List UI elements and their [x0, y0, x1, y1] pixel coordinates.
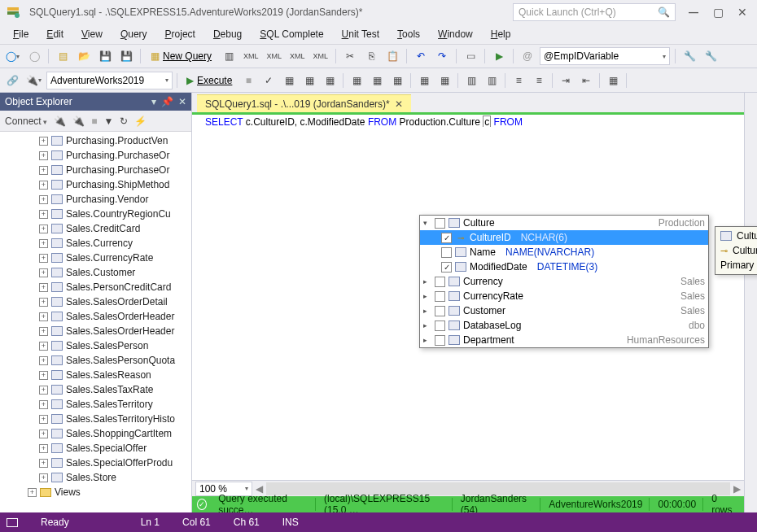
save-icon[interactable]: 💾 — [96, 47, 114, 65]
specify-icon[interactable]: ▦ — [604, 72, 622, 89]
menu-edit[interactable]: Edit — [38, 27, 72, 41]
suggestion-column[interactable]: ModifiedDateDATETIME(3) — [420, 259, 708, 274]
attach-icon[interactable]: ▭ — [462, 47, 479, 65]
results-icon-3[interactable]: ▦ — [388, 72, 406, 89]
var-icon[interactable]: @ — [519, 47, 536, 65]
table-node[interactable]: +Sales.CountryRegionCu — [0, 207, 191, 221]
link-icon[interactable]: 🔗 — [3, 72, 21, 89]
checkbox[interactable] — [435, 291, 445, 302]
checkbox[interactable] — [441, 247, 452, 258]
expand-icon[interactable]: + — [39, 473, 48, 482]
change-conn-icon[interactable]: 🔌 ▾ — [24, 72, 44, 89]
checkbox[interactable] — [435, 321, 445, 331]
table-node[interactable]: +Purchasing.Vendor — [0, 192, 191, 207]
table-node[interactable]: +Sales.CurrencyRate — [0, 251, 191, 265]
table-node[interactable]: +Sales.Currency — [0, 236, 191, 251]
expand-icon[interactable]: ▸ — [423, 321, 431, 329]
expand-icon[interactable]: + — [39, 181, 48, 190]
filter-icon-3[interactable]: ▼ — [103, 116, 113, 127]
paste-icon[interactable]: 📋 — [383, 47, 401, 65]
menu-project[interactable]: Project — [157, 27, 203, 41]
nav-back-button[interactable]: ◯ ▾ — [3, 47, 22, 65]
suggestion-table[interactable]: ▸DatabaseLogdbo — [420, 318, 708, 333]
expand-icon[interactable]: ▸ — [423, 336, 431, 344]
checkbox[interactable] — [435, 218, 445, 229]
database-selector[interactable]: AdventureWorks2019 ▾ — [46, 72, 173, 89]
expand-icon[interactable]: ▸ — [423, 307, 431, 315]
tool-icon-2[interactable]: 🔧 — [702, 47, 720, 65]
minimize-button[interactable]: — — [682, 3, 705, 21]
table-node[interactable]: +Sales.SalesPersonQuota — [0, 353, 191, 368]
suggestion-table[interactable]: ▸CurrencyRateSales — [420, 289, 708, 303]
play-debug-icon[interactable]: ▶ — [490, 47, 508, 65]
menu-view[interactable]: View — [73, 27, 111, 41]
expand-icon[interactable]: + — [39, 356, 48, 365]
suggestion-table[interactable]: ▸DepartmentHumanResources — [420, 333, 708, 347]
plan-icon-2[interactable]: ▦ — [300, 72, 318, 89]
results-icon-1[interactable]: ▦ — [348, 72, 365, 89]
table-node[interactable]: +Purchasing.PurchaseOr — [0, 163, 191, 177]
xml-icon-3[interactable]: XML — [287, 47, 308, 65]
menu-tools[interactable]: Tools — [389, 27, 428, 41]
xml-icon-1[interactable]: XML — [241, 47, 261, 65]
expand-icon[interactable]: + — [39, 459, 48, 468]
expand-icon[interactable]: + — [39, 415, 48, 424]
expand-icon[interactable]: + — [39, 268, 48, 277]
expand-icon[interactable]: + — [28, 488, 37, 497]
table-node[interactable]: +Sales.SpecialOfferProdu — [0, 456, 191, 470]
grid-icon-1[interactable]: ▥ — [462, 72, 480, 89]
expand-icon[interactable]: + — [39, 327, 48, 336]
table-node[interactable]: +Sales.SalesOrderDetail — [0, 294, 191, 309]
intellisense-popup[interactable]: ▾CultureProduction⊸CultureIDNCHAR(6)Name… — [419, 215, 709, 348]
suggestion-table-culture[interactable]: ▾CultureProduction — [420, 216, 708, 230]
expand-icon[interactable]: + — [39, 283, 48, 292]
execute-button[interactable]: ▶ Execute — [182, 75, 237, 86]
menu-sqlcomplete[interactable]: SQL Complete — [252, 27, 331, 41]
document-tab[interactable]: SQLQuery1.sql - .\...019 (JordanSanders)… — [197, 94, 411, 112]
checkbox[interactable] — [435, 277, 445, 287]
expand-icon[interactable]: + — [39, 298, 48, 307]
maximize-button[interactable]: ▢ — [707, 3, 729, 21]
cut-icon[interactable]: ✂ — [341, 47, 359, 65]
uncomment-icon[interactable]: ≡ — [530, 72, 548, 89]
expand-icon[interactable]: + — [39, 312, 48, 321]
menu-window[interactable]: Window — [430, 27, 481, 41]
opt-icon-2[interactable]: ▦ — [435, 72, 453, 89]
checkbox[interactable] — [435, 335, 445, 346]
menu-help[interactable]: Help — [483, 27, 519, 41]
filter-icon-1[interactable]: 🔌 — [54, 116, 66, 127]
menu-debug[interactable]: Debug — [205, 27, 250, 41]
table-node[interactable]: +Sales.Customer — [0, 265, 191, 280]
suggestion-column[interactable]: NameNAME(NVARCHAR) — [420, 245, 708, 259]
close-panel-icon[interactable]: ✕ — [178, 96, 186, 107]
suggestion-table[interactable]: ▸CurrencySales — [420, 274, 708, 289]
table-node[interactable]: +Sales.SpecialOffer — [0, 441, 191, 456]
checkbox[interactable] — [441, 262, 452, 273]
opt-icon-1[interactable]: ▦ — [415, 72, 433, 89]
outdent-icon[interactable]: ⇤ — [577, 72, 595, 89]
menu-query[interactable]: Query — [112, 27, 155, 41]
expand-icon[interactable]: + — [39, 210, 48, 219]
table-node[interactable]: +Purchasing.PurchaseOr — [0, 148, 191, 163]
table-node[interactable]: +Sales.SalesOrderHeader — [0, 324, 191, 338]
dropdown-icon[interactable]: ▾ — [151, 96, 156, 107]
object-tree[interactable]: +Purchasing.ProductVen+Purchasing.Purcha… — [0, 132, 191, 512]
table-node[interactable]: +Sales.Store — [0, 470, 191, 485]
quick-launch-input[interactable]: Quick Launch (Ctrl+Q) 🔍 — [513, 3, 676, 21]
table-node[interactable]: +Purchasing.ShipMethod — [0, 177, 191, 192]
table-node[interactable]: +Purchasing.ProductVen — [0, 133, 191, 148]
refresh-icon[interactable]: ↻ — [120, 116, 128, 127]
expand-icon[interactable]: + — [39, 386, 48, 395]
db-icon[interactable]: ▥ — [220, 47, 238, 65]
tool-icon-1[interactable]: 🔧 — [680, 47, 698, 65]
table-node[interactable]: +Sales.SalesTerritoryHisto — [0, 412, 191, 426]
stop-filter-icon[interactable]: ■ — [91, 116, 97, 127]
plan-icon-3[interactable]: ▦ — [321, 72, 339, 89]
collapse-icon[interactable]: ▾ — [423, 219, 431, 227]
table-node[interactable]: +Sales.PersonCreditCard — [0, 280, 191, 294]
xml-icon-4[interactable]: XML — [311, 47, 331, 65]
parse-icon[interactable]: ✓ — [260, 72, 278, 89]
redo-icon[interactable]: ↷ — [433, 47, 451, 65]
table-node[interactable]: +Sales.SalesTerritory — [0, 397, 191, 412]
expand-icon[interactable]: + — [39, 225, 48, 233]
